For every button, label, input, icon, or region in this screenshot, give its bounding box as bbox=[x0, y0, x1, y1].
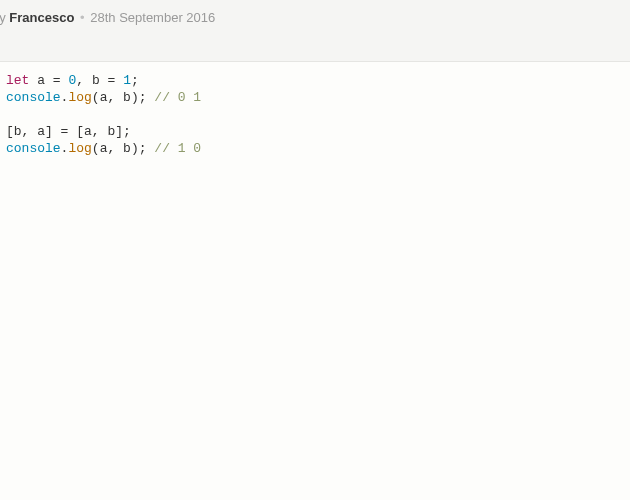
post-meta-bar: by Francesco • 28th September 2016 bbox=[0, 0, 630, 62]
punct-rparen: ) bbox=[131, 141, 139, 156]
punct-semi: ; bbox=[139, 141, 147, 156]
operator-eq: = bbox=[53, 73, 61, 88]
identifier-b: b bbox=[92, 73, 100, 88]
punct-semi: ; bbox=[131, 73, 139, 88]
swap-line: [b, a] = [a, b]; bbox=[6, 124, 131, 139]
code-block: let a = 0, b = 1; console.log(a, b); // … bbox=[0, 62, 630, 167]
by-label: by bbox=[0, 10, 6, 25]
post-date: 28th September 2016 bbox=[90, 10, 215, 25]
keyword-let: let bbox=[6, 73, 29, 88]
identifier-a: a bbox=[37, 73, 45, 88]
number-one: 1 bbox=[123, 73, 131, 88]
punct-comma: , bbox=[107, 141, 115, 156]
punct-comma: , bbox=[76, 73, 84, 88]
operator-eq: = bbox=[108, 73, 116, 88]
punct-lparen: ( bbox=[92, 141, 100, 156]
punct-rparen: ) bbox=[131, 90, 139, 105]
identifier-b: b bbox=[123, 90, 131, 105]
punct-comma: , bbox=[107, 90, 115, 105]
author-name[interactable]: Francesco bbox=[9, 10, 74, 25]
meta-separator: • bbox=[78, 10, 87, 25]
punct-semi: ; bbox=[139, 90, 147, 105]
comment: // 1 0 bbox=[154, 141, 201, 156]
object-console: console bbox=[6, 141, 61, 156]
comment: // 0 1 bbox=[154, 90, 201, 105]
function-log: log bbox=[68, 90, 91, 105]
identifier-b: b bbox=[123, 141, 131, 156]
post-meta: by Francesco • 28th September 2016 bbox=[0, 10, 630, 25]
punct-lparen: ( bbox=[92, 90, 100, 105]
object-console: console bbox=[6, 90, 61, 105]
function-log: log bbox=[68, 141, 91, 156]
